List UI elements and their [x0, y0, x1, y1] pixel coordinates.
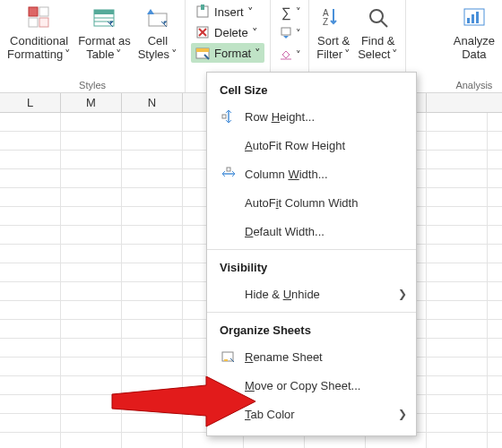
delete-button[interactable]: Delete ˅: [191, 22, 264, 42]
grid-cell[interactable]: [427, 226, 488, 244]
column-header[interactable]: M: [61, 93, 122, 112]
grid-cell[interactable]: [0, 301, 61, 319]
menu-item-move-or-copy-sheet[interactable]: • Move or Copy Sheet...: [207, 371, 416, 400]
grid-cell[interactable]: [427, 395, 488, 413]
grid-cell[interactable]: [0, 339, 61, 357]
format-button[interactable]: Format ˅: [191, 43, 264, 63]
grid-cell[interactable]: [61, 433, 122, 448]
find-select-button[interactable]: Find & Select˅: [354, 2, 402, 80]
grid-cell[interactable]: [61, 132, 122, 150]
grid-cell[interactable]: [427, 282, 488, 300]
grid-cell[interactable]: [0, 358, 61, 375]
menu-item-tab-color[interactable]: • Tab Color ❯: [207, 400, 416, 428]
grid-cell[interactable]: [61, 414, 122, 432]
grid-cell[interactable]: [122, 395, 183, 413]
grid-cell[interactable]: [0, 113, 61, 131]
grid-cell[interactable]: [122, 433, 183, 448]
grid-cell[interactable]: [122, 414, 183, 432]
grid-cell[interactable]: [61, 282, 122, 300]
grid-cell[interactable]: [61, 188, 122, 206]
grid-cell[interactable]: [122, 188, 183, 206]
grid-cell[interactable]: [61, 263, 122, 281]
grid-cell[interactable]: [0, 226, 61, 244]
grid-cell[interactable]: [0, 376, 61, 394]
grid-cell[interactable]: [61, 358, 122, 375]
grid-cell[interactable]: [0, 433, 61, 448]
grid-cell[interactable]: [427, 169, 488, 187]
grid-cell[interactable]: [61, 301, 122, 319]
grid-cell[interactable]: [0, 320, 61, 338]
grid-cell[interactable]: [122, 169, 183, 187]
grid-cell[interactable]: [61, 320, 122, 338]
grid-cell[interactable]: [122, 376, 183, 394]
grid-cell[interactable]: [61, 113, 122, 131]
grid-cell[interactable]: [427, 320, 488, 338]
grid-cell[interactable]: [427, 301, 488, 319]
conditional-formatting-button[interactable]: Conditional Formatting˅: [4, 2, 74, 80]
grid-cell[interactable]: [61, 339, 122, 357]
menu-item-autofit-row-height[interactable]: • AutoFit Row Height: [207, 131, 416, 159]
grid-cell[interactable]: [427, 376, 488, 394]
grid-cell[interactable]: [122, 151, 183, 168]
search-icon: [364, 4, 393, 32]
grid-cell[interactable]: [61, 395, 122, 413]
fill-button[interactable]: ˅: [276, 23, 303, 43]
menu-item-column-width[interactable]: Column Width...: [207, 159, 416, 188]
grid-cell[interactable]: [0, 263, 61, 281]
styles-group-label: Styles: [4, 80, 181, 92]
grid-cell[interactable]: [122, 245, 183, 263]
grid-cell[interactable]: [122, 358, 183, 375]
insert-button[interactable]: Insert ˅: [191, 2, 264, 22]
grid-cell[interactable]: [61, 226, 122, 244]
grid-cell[interactable]: [61, 245, 122, 263]
grid-cell[interactable]: [122, 320, 183, 338]
grid-cell[interactable]: [427, 263, 488, 281]
grid-cell[interactable]: [122, 226, 183, 244]
grid-cell[interactable]: [122, 301, 183, 319]
grid-cell[interactable]: [0, 151, 61, 168]
grid-cell[interactable]: [0, 188, 61, 206]
grid-cell[interactable]: [427, 113, 488, 131]
grid-cell[interactable]: [427, 188, 488, 206]
grid-cell[interactable]: [122, 113, 183, 131]
grid-cell[interactable]: [427, 207, 488, 225]
grid-cell[interactable]: [0, 169, 61, 187]
grid-cell[interactable]: [0, 282, 61, 300]
analyze-data-button[interactable]: Analyze Data: [450, 2, 498, 80]
column-header[interactable]: N: [122, 93, 183, 112]
menu-item-default-width[interactable]: • Default Width...: [207, 217, 416, 246]
grid-cell[interactable]: [0, 414, 61, 432]
grid-cell[interactable]: [427, 414, 488, 432]
grid-cell[interactable]: [122, 339, 183, 357]
grid-cell[interactable]: [122, 263, 183, 281]
grid-cell[interactable]: [427, 132, 488, 150]
clear-button[interactable]: ˅: [276, 45, 303, 65]
grid-cell[interactable]: [61, 151, 122, 168]
grid-cell[interactable]: [122, 207, 183, 225]
grid-cell[interactable]: [61, 207, 122, 225]
grid-cell[interactable]: [61, 376, 122, 394]
submenu-arrow-icon: ❯: [398, 288, 407, 300]
column-header[interactable]: L: [0, 93, 61, 112]
grid-cell[interactable]: [61, 169, 122, 187]
format-as-table-button[interactable]: Format as Table˅: [74, 2, 134, 80]
menu-item-hide-unhide[interactable]: • Hide & Unhide ❯: [207, 280, 416, 308]
autosum-button[interactable]: ∑ ˅: [276, 2, 303, 22]
grid-cell[interactable]: [0, 395, 61, 413]
cell-styles-button[interactable]: Cell Styles˅: [134, 2, 181, 80]
menu-item-row-height[interactable]: Row Height...: [207, 102, 416, 131]
menu-item-rename-sheet[interactable]: Rename Sheet: [207, 342, 416, 371]
grid-cell[interactable]: [427, 358, 488, 375]
menu-item-autofit-column-width[interactable]: • AutoFit Column Width: [207, 188, 416, 217]
grid-cell[interactable]: [122, 282, 183, 300]
grid-cell[interactable]: [122, 132, 183, 150]
delete-label: Delete: [214, 26, 248, 39]
grid-cell[interactable]: [0, 207, 61, 225]
sort-filter-button[interactable]: A Z Sort & Filter˅: [313, 2, 354, 80]
grid-cell[interactable]: [0, 245, 61, 263]
grid-cell[interactable]: [427, 151, 488, 168]
grid-cell[interactable]: [427, 339, 488, 357]
grid-cell[interactable]: [427, 433, 488, 448]
grid-cell[interactable]: [427, 245, 488, 263]
grid-cell[interactable]: [0, 132, 61, 150]
